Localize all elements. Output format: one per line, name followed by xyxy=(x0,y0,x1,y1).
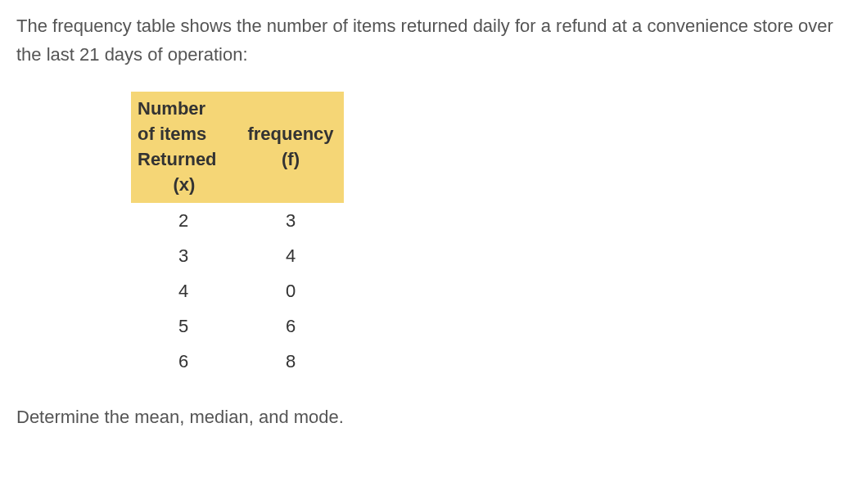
header-x-line2: of items xyxy=(138,124,206,144)
table-row: 3 4 xyxy=(131,238,344,273)
cell-x: 4 xyxy=(131,273,237,308)
frequency-table: Number of items Returned (x) frequency (… xyxy=(131,92,344,379)
cell-f: 6 xyxy=(237,308,344,344)
table-row: 2 3 xyxy=(131,203,344,238)
table-row: 4 0 xyxy=(131,273,344,308)
table-row: 5 6 xyxy=(131,308,344,344)
cell-x: 6 xyxy=(131,344,237,379)
question-text: Determine the mean, median, and mode. xyxy=(16,403,837,431)
header-x-line3: Returned xyxy=(138,149,217,169)
frequency-table-wrapper: Number of items Returned (x) frequency (… xyxy=(131,92,837,379)
cell-f: 4 xyxy=(237,238,344,273)
intro-text: The frequency table shows the number of … xyxy=(16,11,837,69)
cell-x: 3 xyxy=(131,238,237,273)
cell-f: 8 xyxy=(237,344,344,379)
cell-x: 5 xyxy=(131,308,237,344)
header-f-line2: (f) xyxy=(282,149,300,169)
cell-f: 3 xyxy=(237,203,344,238)
header-x-line4: (x) xyxy=(138,173,231,198)
cell-x: 2 xyxy=(131,203,237,238)
header-f-line1: frequency xyxy=(247,124,333,144)
cell-f: 0 xyxy=(237,273,344,308)
header-x-line1: Number xyxy=(138,98,205,119)
table-header-x: Number of items Returned (x) xyxy=(131,92,237,202)
table-row: 6 8 xyxy=(131,344,344,379)
table-header-f: frequency (f) xyxy=(237,92,344,202)
